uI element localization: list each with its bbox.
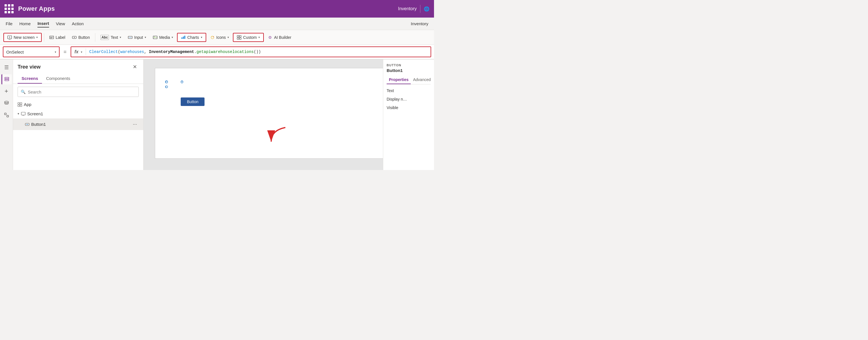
property-selector[interactable]: OnSelect ▾ — [3, 46, 60, 57]
toolbar-divider-2 — [95, 33, 95, 42]
svg-rect-23 — [240, 38, 241, 39]
tree-item-screen1[interactable]: ▾ Screen1 — [13, 109, 143, 118]
app-title: Power Apps — [18, 5, 55, 12]
svg-rect-21 — [240, 35, 241, 37]
search-input[interactable] — [28, 90, 135, 94]
media-button[interactable]: Media ▾ — [150, 33, 176, 41]
screen1-label: Screen1 — [27, 111, 43, 116]
treeview-header: Tree view ✕ — [13, 60, 143, 71]
rightpanel-tabs: Properties Advanced — [386, 76, 431, 84]
prop-displayname: Display n… — [386, 97, 431, 101]
svg-rect-16 — [183, 37, 184, 39]
rightpanel-item-name: Button1 — [386, 68, 431, 73]
globe-icon[interactable]: 🌐 — [424, 6, 430, 12]
tab-components[interactable]: Components — [42, 74, 74, 83]
expand-arrow: ▾ — [18, 112, 19, 115]
menu-action[interactable]: Action — [72, 20, 84, 27]
button-button[interactable]: Button — [69, 33, 92, 41]
ai-builder-btn-label: AI Builder — [274, 35, 291, 40]
app-grid-icon[interactable] — [4, 4, 13, 13]
input-icon — [128, 35, 132, 40]
data-icon[interactable] — [1, 98, 12, 108]
svg-rect-30 — [18, 103, 20, 104]
input-button[interactable]: Input ▾ — [125, 33, 149, 41]
layers-icon[interactable] — [1, 74, 12, 84]
media-btn-label: Media — [159, 35, 170, 40]
app-label: App — [24, 102, 31, 107]
svg-rect-20 — [237, 35, 239, 37]
toolbar-divider-1 — [44, 33, 44, 42]
ai-builder-icon — [268, 35, 272, 40]
sidebar-icons: ☰ + — [0, 60, 13, 170]
arrow-svg — [266, 125, 288, 147]
icons-button[interactable]: Icons ▾ — [207, 33, 232, 41]
menubar: File Home Insert View Action Inventory — [0, 18, 434, 30]
svg-point-14 — [154, 36, 155, 37]
button1-more-options[interactable]: ··· — [131, 121, 139, 128]
button-btn-label: Button — [78, 35, 90, 40]
canvas-area: Button — [144, 60, 383, 170]
label-button[interactable]: Label — [46, 33, 68, 41]
svg-rect-34 — [21, 112, 25, 115]
formula-param1: warehouses — [120, 49, 144, 54]
canvas-button[interactable]: Button — [181, 98, 205, 106]
charts-chevron: ▾ — [201, 36, 202, 39]
tab-properties[interactable]: Properties — [386, 76, 411, 84]
handle-bm[interactable] — [181, 81, 183, 83]
formula-editor[interactable]: fx ▾ ClearCollect(warehouses, InventoryM… — [71, 46, 431, 57]
custom-chevron: ▾ — [258, 36, 260, 39]
charts-btn-label: Charts — [187, 35, 199, 40]
treeview-close-button[interactable]: ✕ — [131, 63, 139, 71]
tree-item-app[interactable]: App — [13, 100, 143, 109]
treeview-list: App ▾ Screen1 Button1 ··· — [13, 100, 143, 170]
text-chevron: ▾ — [120, 36, 121, 39]
custom-icon — [237, 35, 241, 40]
button-icon — [72, 35, 76, 40]
formula-chevron: ▾ — [81, 50, 82, 54]
ai-builder-button[interactable]: AI Builder — [265, 33, 294, 41]
text-btn-label: Text — [111, 35, 118, 40]
formula-method: getapiwarehouselocations — [196, 49, 254, 54]
svg-rect-31 — [20, 103, 22, 104]
menu-view[interactable]: View — [56, 20, 65, 27]
menu-file[interactable]: File — [6, 20, 12, 27]
tab-advanced[interactable]: Advanced — [411, 76, 433, 84]
handle-br[interactable] — [165, 81, 168, 83]
tree-item-button1[interactable]: Button1 ··· — [13, 118, 143, 130]
menu-home[interactable]: Home — [19, 20, 31, 27]
charts-button[interactable]: Charts ▾ — [177, 33, 206, 42]
add-icon[interactable]: + — [1, 86, 12, 96]
svg-rect-29 — [7, 115, 8, 117]
formula-close: ()) — [254, 49, 261, 54]
formula-comma: , — [144, 49, 149, 54]
menu-insert[interactable]: Insert — [37, 20, 49, 28]
charts-icon — [181, 35, 186, 40]
rightpanel-section-title: BUTTON — [386, 64, 431, 67]
topbar: Power Apps Inventory 🌐 — [0, 0, 434, 18]
treeview-panel: Tree view ✕ Screens Components 🔍 App ▾ S… — [13, 60, 144, 170]
input-chevron: ▾ — [145, 36, 146, 39]
custom-button[interactable]: Custom ▾ — [233, 33, 264, 42]
property-chevron: ▾ — [55, 50, 56, 54]
formula-code: ClearCollect(warehouses, InventoryManage… — [89, 49, 261, 54]
svg-rect-22 — [237, 38, 239, 39]
new-screen-button[interactable]: New screen ▾ — [3, 33, 42, 42]
svg-rect-25 — [5, 77, 9, 79]
media-chevron: ▾ — [172, 36, 173, 39]
hamburger-menu-icon[interactable]: ☰ — [1, 62, 12, 72]
icons-chevron: ▾ — [227, 36, 229, 39]
input-btn-label: Input — [134, 35, 143, 40]
inventory-label: Inventory — [398, 6, 417, 11]
handle-mr[interactable] — [165, 86, 168, 88]
formula-divider — [86, 48, 86, 55]
treeview-search-box[interactable]: 🔍 — [18, 87, 139, 97]
icons-btn-label: Icons — [216, 35, 226, 40]
screen-icon — [21, 112, 26, 116]
formula-open-paren: ( — [118, 49, 120, 54]
property-value: OnSelect — [6, 49, 24, 55]
text-button[interactable]: Abc Text ▾ — [98, 33, 124, 42]
tab-screens[interactable]: Screens — [18, 74, 42, 83]
controls-icon[interactable] — [1, 110, 12, 120]
svg-rect-26 — [5, 79, 9, 81]
svg-rect-17 — [184, 36, 185, 39]
